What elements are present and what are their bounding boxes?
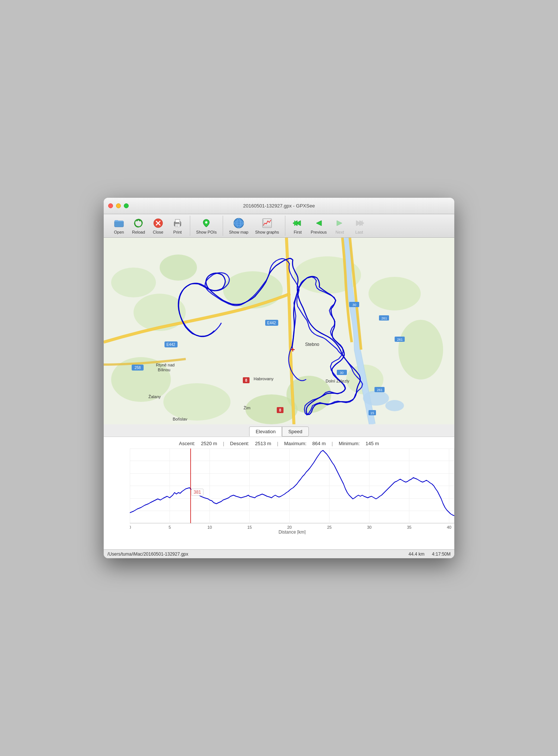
- graph-area: Ascent: 2520 m | Descent: 2513 m | Maxim…: [104, 437, 454, 549]
- svg-text:E442: E442: [267, 321, 276, 325]
- toolbar-group-view: Show map Show graphs: [223, 216, 285, 236]
- status-bar: /Users/tuma/iMac/20160501-132927.gpx 44.…: [104, 549, 454, 558]
- svg-text:10: 10: [207, 525, 212, 529]
- reload-button[interactable]: Reload: [129, 216, 148, 236]
- svg-text:Habrovany: Habrovany: [254, 377, 274, 381]
- tab-speed[interactable]: Speed: [282, 427, 309, 437]
- svg-text:Bílinou: Bílinou: [158, 368, 170, 372]
- minimize-window-button[interactable]: [116, 203, 121, 208]
- descent-label: Descent:: [230, 441, 249, 446]
- previous-label: Previous: [311, 230, 327, 234]
- ascent-label: Ascent:: [179, 441, 195, 446]
- minimum-label: Minimum:: [339, 441, 360, 446]
- maximum-label: Maximum:: [284, 441, 307, 446]
- show-map-label: Show map: [229, 230, 248, 234]
- first-button[interactable]: First: [288, 216, 307, 236]
- svg-text:Dolní Zálezly: Dolní Zálezly: [326, 379, 349, 383]
- show-graphs-label: Show graphs: [255, 230, 279, 234]
- graph-container[interactable]: 200 300 400 500 600 700 0 5 10 15 20 25 …: [107, 449, 451, 549]
- show-graphs-button[interactable]: Show graphs: [252, 216, 282, 236]
- next-icon: [334, 217, 346, 229]
- svg-text:Žalany: Žalany: [148, 394, 161, 399]
- svg-text:30: 30: [352, 303, 356, 307]
- print-label: Print: [173, 230, 182, 234]
- folder-icon: [113, 217, 125, 229]
- elevation-graph: 200 300 400 500 600 700 0 5 10 15 20 25 …: [130, 449, 454, 534]
- titlebar: 20160501-132927.gpx - GPXSee: [104, 198, 454, 214]
- open-label: Open: [114, 230, 124, 234]
- ascent-value: 2520 m: [201, 441, 217, 446]
- svg-point-34: [398, 320, 443, 379]
- previous-button[interactable]: Previous: [308, 216, 330, 236]
- traffic-lights: [108, 203, 129, 208]
- svg-text:30: 30: [340, 371, 344, 375]
- svg-point-36: [163, 383, 231, 421]
- svg-rect-0: [115, 221, 123, 227]
- svg-rect-7: [175, 224, 180, 227]
- open-button[interactable]: Open: [110, 216, 128, 236]
- graph-tabs-bar: Elevation Speed: [104, 424, 454, 437]
- tab-elevation[interactable]: Elevation: [249, 427, 282, 437]
- svg-text:25: 25: [327, 525, 332, 529]
- toolbar-group-nav: First Previous Next: [285, 216, 372, 236]
- svg-text:8: 8: [279, 408, 281, 412]
- svg-marker-22: [316, 221, 322, 226]
- graph-stats: Ascent: 2520 m | Descent: 2513 m | Maxim…: [107, 441, 451, 446]
- svg-text:40: 40: [447, 525, 451, 529]
- close-label: Close: [153, 230, 163, 234]
- main-window: 20160501-132927.gpx - GPXSee Open: [104, 198, 454, 558]
- svg-text:258: 258: [135, 366, 141, 370]
- status-right: 44.4 km 4:17:50M: [408, 552, 451, 557]
- svg-text:261: 261: [381, 316, 387, 320]
- svg-point-33: [369, 277, 421, 310]
- svg-text:Bořislav: Bořislav: [173, 417, 188, 421]
- svg-rect-6: [175, 219, 180, 222]
- svg-text:Žim: Žim: [244, 406, 250, 410]
- map-svg: E442 E442 258 30 261 261 261 8 8 8: [104, 238, 454, 424]
- svg-text:E442: E442: [166, 343, 175, 347]
- svg-point-31: [223, 271, 283, 309]
- close-window-button[interactable]: [108, 203, 113, 208]
- last-label: Last: [355, 230, 363, 234]
- toolbar: Open Reload: [104, 214, 454, 238]
- svg-text:15: 15: [370, 411, 374, 415]
- svg-marker-23: [337, 221, 342, 226]
- close-icon: [152, 217, 164, 229]
- svg-text:20: 20: [287, 525, 292, 529]
- next-button[interactable]: Next: [330, 216, 349, 236]
- show-map-button[interactable]: Show map: [226, 216, 251, 236]
- last-icon: [353, 217, 365, 229]
- previous-icon: [313, 217, 325, 229]
- svg-text:261: 261: [377, 388, 382, 392]
- svg-text:381: 381: [194, 490, 201, 495]
- graphs-icon: [261, 217, 273, 229]
- map-icon: [233, 217, 245, 229]
- svg-point-30: [134, 294, 186, 331]
- svg-text:261: 261: [397, 338, 402, 341]
- duration-value: 4:17:50M: [432, 552, 451, 557]
- first-icon: [292, 217, 304, 229]
- reload-icon: [132, 217, 144, 229]
- poi-icon: [200, 217, 212, 229]
- maximum-value: 864 m: [312, 441, 326, 446]
- svg-text:30: 30: [367, 525, 372, 529]
- print-button[interactable]: Print: [168, 216, 187, 236]
- show-pois-button[interactable]: Show POIs: [193, 216, 220, 236]
- toolbar-group-file: Open Reload: [107, 216, 190, 236]
- close-button[interactable]: Close: [149, 216, 167, 236]
- svg-text:Distance [km]: Distance [km]: [279, 529, 306, 534]
- window-title: 20160501-132927.gpx - GPXSee: [243, 203, 315, 209]
- svg-rect-9: [176, 226, 178, 227]
- file-path: /Users/tuma/iMac/20160501-132927.gpx: [107, 552, 188, 557]
- svg-point-10: [179, 222, 180, 224]
- last-button[interactable]: Last: [350, 216, 369, 236]
- svg-point-11: [205, 221, 207, 224]
- svg-point-1: [135, 219, 142, 227]
- svg-point-28: [111, 268, 156, 297]
- svg-text:5: 5: [169, 525, 171, 529]
- svg-rect-8: [176, 225, 179, 225]
- distance-value: 44.4 km: [408, 552, 424, 557]
- map-area[interactable]: E442 E442 258 30 261 261 261 8 8 8: [104, 238, 454, 424]
- next-label: Next: [336, 230, 344, 234]
- maximize-window-button[interactable]: [124, 203, 129, 208]
